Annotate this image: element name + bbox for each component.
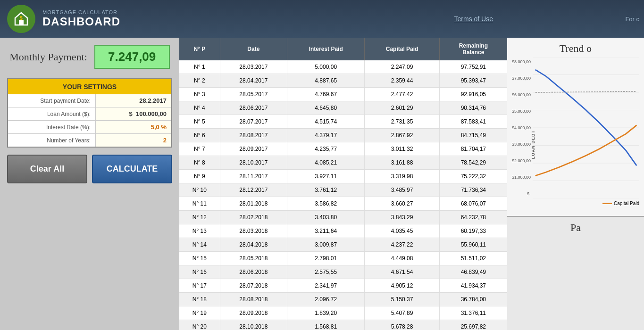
table-cell-8-4: 75.222,32 — [439, 170, 507, 183]
table-cell-7-2: 4.085,21 — [287, 156, 365, 170]
header: $ MORTGAGE CALCULATOR DASHBOARD Terms of… — [0, 0, 644, 38]
years-value[interactable]: 2 — [96, 134, 171, 147]
table-cell-5-4: 84.715,49 — [439, 129, 507, 142]
header-text: MORTGAGE CALCULATOR DASHBOARD — [42, 9, 120, 28]
table-cell-4-4: 87.583,41 — [439, 115, 507, 129]
table-cell-4-0: N° 5 — [179, 115, 220, 129]
chart-legend: Capital Paid — [512, 201, 639, 206]
amortization-table: N° P Date Interest Paid Capital Paid Rem… — [179, 38, 507, 330]
col-header-np: N° P — [179, 38, 220, 60]
trend-chart-svg — [533, 57, 639, 198]
table-cell-13-1: 28.04.2018 — [220, 238, 287, 252]
interest-rate-value[interactable]: 5,0 % — [96, 121, 171, 133]
table-cell-17-2: 2.096,72 — [287, 293, 365, 306]
svg-text:$: $ — [20, 16, 23, 21]
table-row: N° 1128.01.20183.586,823.660,2768.076,07 — [179, 197, 507, 211]
start-date-value[interactable]: 28.2.2017 — [96, 94, 171, 107]
table-row: N° 228.04.20174.887,652.359,4495.393,47 — [179, 74, 507, 88]
table-cell-17-0: N° 18 — [179, 293, 220, 306]
y-axis-label: LOAN DEBT — [531, 130, 535, 159]
table-cell-7-4: 78.542,29 — [439, 156, 507, 170]
table-row: N° 1528.05.20182.798,014.449,0851.511,02 — [179, 252, 507, 265]
table-cell-0-4: 97.752,91 — [439, 60, 507, 74]
table-row: N° 528.07.20174.515,742.731,3587.583,41 — [179, 115, 507, 129]
y-tick-7000: $7.000,00 — [512, 76, 531, 81]
table-cell-2-4: 92.916,05 — [439, 88, 507, 101]
y-tick-1000: $1.000,00 — [512, 175, 531, 180]
table-cell-11-4: 64.232,78 — [439, 211, 507, 224]
clear-all-button[interactable]: Clear All — [7, 155, 87, 183]
table-cell-11-0: N° 12 — [179, 211, 220, 224]
table-cell-9-4: 71.736,34 — [439, 183, 507, 197]
table-cell-12-2: 3.211,64 — [287, 224, 365, 238]
table-cell-12-4: 60.197,33 — [439, 224, 507, 238]
table-row: N° 328.05.20174.769,672.477,4292.916,05 — [179, 88, 507, 101]
table-cell-0-3: 2.247,09 — [365, 60, 439, 74]
table-row: N° 828.10.20174.085,213.161,8878.542,29 — [179, 156, 507, 170]
y-tick-4000: $4.000,00 — [512, 125, 531, 130]
lower-chart-title: Pa — [512, 222, 639, 234]
monthly-payment-value: 7.247,09 — [94, 45, 170, 69]
table-cell-5-1: 28.08.2017 — [220, 129, 287, 142]
table-cell-12-1: 28.03.2018 — [220, 224, 287, 238]
table-cell-11-2: 3.403,80 — [287, 211, 365, 224]
table-cell-3-4: 90.314,76 — [439, 101, 507, 115]
table-cell-13-0: N° 14 — [179, 238, 220, 252]
table-cell-3-0: N° 4 — [179, 101, 220, 115]
table-cell-6-0: N° 7 — [179, 142, 220, 156]
table-cell-12-3: 4.035,45 — [365, 224, 439, 238]
right-panel: Trend o $8.000,00 $7.000,00 $6.000,00 $5… — [507, 38, 644, 330]
table-cell-10-3: 3.660,27 — [365, 197, 439, 211]
table-row: N° 1728.07.20182.341,974.905,1241.934,37 — [179, 279, 507, 293]
col-header-capital: Capital Paid — [365, 38, 439, 60]
y-tick-0: $- — [527, 191, 531, 196]
table-cell-18-0: N° 19 — [179, 306, 220, 320]
table-row: N° 1828.08.20182.096,725.150,3736.784,00 — [179, 293, 507, 306]
legend-capital-paid: Capital Paid — [602, 201, 639, 206]
table-cell-18-1: 28.09.2018 — [220, 306, 287, 320]
settings-row-interest-rate: Interest Rate (%): 5,0 % — [8, 121, 171, 134]
table-cell-5-0: N° 6 — [179, 129, 220, 142]
table-row: N° 728.09.20174.235,773.011,3281.704,17 — [179, 142, 507, 156]
header-for-text: For c — [625, 16, 639, 23]
table-cell-6-1: 28.09.2017 — [220, 142, 287, 156]
table-cell-7-1: 28.10.2017 — [220, 156, 287, 170]
table-cell-14-3: 4.449,08 — [365, 252, 439, 265]
table-cell-16-0: N° 17 — [179, 279, 220, 293]
table-cell-18-2: 1.839,20 — [287, 306, 365, 320]
table-cell-3-2: 4.645,80 — [287, 101, 365, 115]
table-cell-10-4: 68.076,07 — [439, 197, 507, 211]
trend-chart-title: Trend o — [512, 42, 639, 55]
terms-of-use-link[interactable]: Terms of Use — [454, 15, 493, 23]
table-cell-5-3: 2.867,92 — [365, 129, 439, 142]
table-cell-17-1: 28.08.2018 — [220, 293, 287, 306]
table-row: N° 128.03.20175.000,002.247,0997.752,91 — [179, 60, 507, 74]
table-cell-6-3: 3.011,32 — [365, 142, 439, 156]
table-cell-1-2: 4.887,65 — [287, 74, 365, 88]
table-cell-13-3: 4.237,22 — [365, 238, 439, 252]
table-cell-9-3: 3.485,97 — [365, 183, 439, 197]
table-row: N° 928.11.20173.927,113.319,9875.222,32 — [179, 170, 507, 183]
table-header-row: N° P Date Interest Paid Capital Paid Rem… — [179, 38, 507, 60]
table-cell-1-3: 2.359,44 — [365, 74, 439, 88]
settings-header: YOUR SETTINGS — [8, 79, 171, 94]
loan-amount-value[interactable]: $ 100.000,00 — [96, 107, 171, 120]
table-cell-1-4: 95.393,47 — [439, 74, 507, 88]
table-cell-8-0: N° 9 — [179, 170, 220, 183]
calculate-button[interactable]: CALCULATE — [92, 155, 172, 183]
legend-capital-paid-line — [602, 203, 612, 204]
table-cell-14-2: 2.798,01 — [287, 252, 365, 265]
table-cell-15-3: 4.671,54 — [365, 265, 439, 279]
y-tick-8000: $8.000,00 — [512, 59, 531, 64]
table-cell-9-0: N° 10 — [179, 183, 220, 197]
table-cell-2-1: 28.05.2017 — [220, 88, 287, 101]
table-cell-15-0: N° 16 — [179, 265, 220, 279]
settings-row-years: Number of Years: 2 — [8, 134, 171, 147]
table-cell-2-3: 2.477,42 — [365, 88, 439, 101]
y-tick-5000: $5.000,00 — [512, 109, 531, 114]
table-cell-0-2: 5.000,00 — [287, 60, 365, 74]
table-cell-10-2: 3.586,82 — [287, 197, 365, 211]
col-header-balance: RemainingBalance — [439, 38, 507, 60]
amortization-table-area: N° P Date Interest Paid Capital Paid Rem… — [179, 38, 507, 330]
table-cell-4-3: 2.731,35 — [365, 115, 439, 129]
